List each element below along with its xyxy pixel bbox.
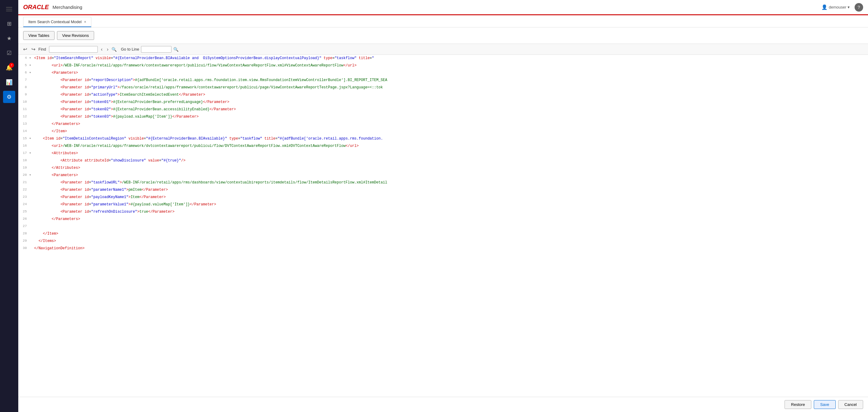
table-row: 15▾ <Item id="ItemDetailsContextualRegio…	[18, 135, 868, 143]
fold-button[interactable]: ▾	[29, 55, 34, 61]
sidebar-item-reports[interactable]: 📊	[3, 76, 15, 88]
line-number: 18	[18, 157, 29, 163]
line-number: 29	[18, 238, 29, 244]
line-number: 10	[18, 99, 29, 105]
table-row: 24 <Parameter id="parameterValue1">#{pay…	[18, 201, 868, 208]
line-number: 12	[18, 113, 29, 119]
fold-button[interactable]: ▾	[29, 150, 34, 156]
table-row: 14 </Item>	[18, 128, 868, 135]
line-number: 22	[18, 186, 29, 193]
fold-button	[29, 143, 34, 144]
goto-search-icon[interactable]: 🔍	[173, 47, 179, 52]
restore-button[interactable]: Restore	[784, 400, 811, 409]
table-row: 23 <Parameter id="payloadKeyName1">Item<…	[18, 194, 868, 201]
code-content: <Parameter id="reportDescription">#{adfB…	[34, 77, 868, 84]
code-content: <url>/WEB-INF/oracle/retail/apps/framewo…	[34, 143, 868, 150]
view-revisions-button[interactable]: View Revisions	[57, 31, 94, 40]
table-row: 28 </Item>	[18, 230, 868, 238]
find-next-button[interactable]: ›	[106, 46, 110, 53]
toolbar: View Tables View Revisions	[18, 27, 868, 44]
fold-button	[29, 165, 34, 166]
table-row: 16 <url>/WEB-INF/oracle/retail/apps/fram…	[18, 143, 868, 150]
header-right: 👤 demouser ▾ ?	[822, 3, 863, 11]
line-number: 21	[18, 179, 29, 185]
fold-button	[29, 121, 34, 122]
sidebar-item-settings[interactable]: ⚙	[3, 91, 15, 103]
find-prev-button[interactable]: ‹	[100, 46, 103, 53]
cancel-button[interactable]: Cancel	[838, 400, 863, 409]
table-row: 5▾ <url>/WEB-INF/oracle/retail/apps/fram…	[18, 62, 868, 69]
code-content: <Item id="ItemSearchReport" visible="#{E…	[34, 55, 868, 62]
sidebar-item-notifications[interactable]: 🔔 7	[3, 62, 15, 74]
line-number: 17	[18, 150, 29, 156]
table-row: 11 <Parameter id="token02">#{ExternalPro…	[18, 106, 868, 113]
sidebar-item-favorites[interactable]: ★	[3, 32, 15, 45]
oracle-logo: ORACLE	[23, 4, 49, 11]
table-row: 26 </Parameters>	[18, 216, 868, 223]
line-number: 8	[18, 84, 29, 90]
code-content: </Item>	[34, 128, 868, 135]
table-row: 7 <Parameter id="reportDescription">#{ad…	[18, 77, 868, 84]
tab-close-button[interactable]: ×	[84, 20, 86, 24]
table-row: 17▾ <Attributes>	[18, 150, 868, 157]
code-content: <Parameter id="token01">#{ExternalProvid…	[34, 99, 868, 106]
code-area[interactable]: 4▾<Item id="ItemSearchReport" visible="#…	[18, 55, 868, 397]
redo-button[interactable]: ↪	[30, 46, 36, 53]
code-content: <Parameter id="token03">#{payload.valueM…	[34, 113, 868, 120]
editor-container: ↩ ↪ Find ‹ › 🔍 Go to Line 🔍 4▾<Item id="…	[18, 44, 868, 397]
line-number: 13	[18, 121, 29, 127]
find-label: Find	[38, 47, 46, 52]
header: ORACLE Merchandising 👤 demouser ▾ ?	[18, 0, 868, 15]
line-number: 11	[18, 106, 29, 112]
line-number: 19	[18, 165, 29, 171]
fold-button[interactable]: ▾	[29, 62, 34, 68]
line-number: 27	[18, 223, 29, 229]
find-search-icon[interactable]: 🔍	[112, 47, 117, 52]
fold-button	[29, 157, 34, 158]
user-icon: 👤	[822, 4, 828, 10]
table-row: 27	[18, 223, 868, 230]
fold-button[interactable]: ▾	[29, 135, 34, 141]
fold-button	[29, 216, 34, 217]
tab-label: Item Search Contextual Model	[28, 20, 82, 24]
find-input[interactable]	[49, 46, 98, 53]
line-number: 23	[18, 194, 29, 200]
line-number: 7	[18, 77, 29, 83]
fold-button[interactable]: ▾	[29, 172, 34, 178]
code-content: <Parameter id="actionType">ItemSearchIte…	[34, 91, 868, 98]
code-content: <Parameters>	[34, 172, 868, 179]
line-number: 24	[18, 201, 29, 207]
fold-button	[29, 179, 34, 180]
table-row: 19 </Attributes>	[18, 165, 868, 172]
line-number: 25	[18, 208, 29, 214]
code-content: </Items>	[34, 238, 868, 245]
sidebar-item-tasks[interactable]: ☑	[3, 47, 15, 59]
find-bar: ↩ ↪ Find ‹ › 🔍 Go to Line 🔍	[18, 44, 868, 55]
code-content: <Parameter id="token02">#{ExternalProvid…	[34, 106, 868, 113]
sidebar-item-home[interactable]: ⊞	[3, 18, 15, 30]
fold-button	[29, 201, 34, 202]
line-number: 28	[18, 230, 29, 236]
fold-button[interactable]: ▾	[29, 69, 34, 75]
line-number: 14	[18, 128, 29, 134]
save-button[interactable]: Save	[814, 400, 836, 409]
line-number: 26	[18, 216, 29, 222]
table-row: 12 <Parameter id="token03">#{payload.val…	[18, 113, 868, 121]
item-search-tab[interactable]: Item Search Contextual Model ×	[23, 17, 91, 27]
line-number: 16	[18, 143, 29, 149]
help-button[interactable]: ?	[855, 3, 863, 11]
view-tables-button[interactable]: View Tables	[23, 31, 55, 40]
line-number: 9	[18, 91, 29, 97]
fold-button	[29, 77, 34, 78]
goto-input[interactable]	[141, 46, 172, 53]
code-content: <Parameter id="parameterValue1">#{payloa…	[34, 201, 868, 208]
fold-button	[29, 230, 34, 231]
sidebar-item-menu[interactable]	[3, 3, 15, 15]
table-row: 20▾ <Parameters>	[18, 172, 868, 179]
code-content: <Attribute attributeId="showDisclosure" …	[34, 157, 868, 164]
user-info[interactable]: 👤 demouser ▾	[822, 4, 850, 10]
undo-button[interactable]: ↩	[22, 46, 28, 53]
app-title: Merchandising	[52, 5, 82, 10]
username: demouser	[829, 5, 846, 9]
table-row: 8 <Parameter id="primaryUrl">/faces/orac…	[18, 84, 868, 91]
